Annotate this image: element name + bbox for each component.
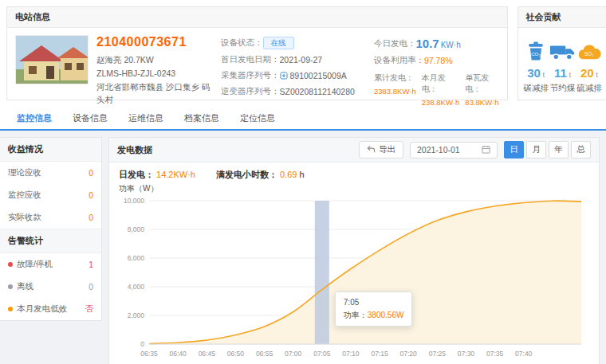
date-picker-value: 2021-10-01: [417, 145, 460, 155]
station-code: ZLMS-HBJ-ZJL-0243: [96, 67, 213, 80]
today-gen-value: 10.7KW·h: [416, 37, 461, 50]
svg-text:2,000: 2,000: [128, 311, 145, 319]
range-button-year[interactable]: 年: [549, 141, 569, 159]
today-gen-row: 今日发电： 10.7KW·h: [374, 37, 499, 50]
full-hours-unit: h: [300, 170, 305, 179]
collector-device-icon: [280, 72, 288, 80]
station-owner: 赵海亮 20.7KW: [96, 53, 213, 67]
svg-text:06:50: 06:50: [227, 350, 245, 358]
collector-sn-row: 采集器序列号： 89100215009A: [221, 70, 366, 81]
svg-text:07:30: 07:30: [458, 350, 475, 358]
status-dot: [8, 284, 13, 289]
svg-text:07:40: 07:40: [515, 350, 533, 358]
co2-bucket-icon: CO₂: [523, 37, 549, 63]
house-photo-graphic: [16, 36, 89, 84]
svg-text:0: 0: [140, 340, 144, 348]
svg-text:10,000: 10,000: [124, 197, 144, 205]
tab-location[interactable]: 定位信息: [230, 108, 285, 129]
inverter-sn-row: 逆变器序列号： SZ00208112140280: [221, 86, 366, 97]
day-gen-label: 日发电：: [119, 170, 154, 179]
y-axis-title: 功率（W）: [109, 181, 599, 194]
svg-text:07:15: 07:15: [371, 350, 388, 358]
svg-text:4,000: 4,000: [128, 283, 145, 291]
row-label: 实际收款: [8, 212, 89, 223]
alarm-row-offline: 离线0: [0, 276, 101, 298]
social-contribution-title-text: 社会贡献: [526, 12, 561, 22]
tab-archive[interactable]: 档案信息: [174, 108, 230, 129]
range-button-day[interactable]: 日: [504, 141, 524, 159]
row-label: 本月发电低效: [8, 303, 85, 315]
device-status-label: 设备状态：: [221, 37, 263, 49]
social-label: 硫减排: [576, 83, 602, 94]
revenue-row-theoretical-receivable: 理论应收0: [0, 162, 101, 184]
range-button-total[interactable]: 总: [571, 141, 591, 159]
generation-chart[interactable]: 02,0004,0006,0008,00010,00006:3506:4006:…: [109, 194, 599, 364]
svg-text:8,000: 8,000: [128, 225, 145, 233]
export-label: 导出: [379, 144, 395, 155]
social-item-coal-truck: 11 t节约煤: [549, 37, 576, 94]
row-label: 离线: [8, 281, 89, 292]
tab-operations[interactable]: 运维信息: [118, 108, 174, 129]
station-address: 河北省邯郸市魏县 沙口集乡 码头村: [96, 80, 213, 108]
day-gen-stat: 日发电： 14.2KW·h: [119, 169, 195, 181]
row-label: 故障/停机: [8, 259, 89, 270]
row-label: 监控应收: [8, 190, 89, 201]
device-status-row: 设备状态： 在线: [221, 37, 366, 49]
solar-station-dashboard: 电站信息: [0, 0, 606, 364]
station-photo: [15, 35, 89, 84]
range-switcher: 日月年总: [504, 141, 591, 159]
social-item-so2-cloud: SO₂20 t硫减排: [576, 37, 602, 94]
station-id: 210400073671: [96, 35, 213, 49]
row-label: 理论应收: [8, 167, 89, 178]
today-gen-label: 今日发电：: [374, 38, 416, 49]
svg-text:07:10: 07:10: [342, 350, 360, 358]
revenue-section-title: 收益情况: [0, 138, 101, 162]
social-contribution-title: 社会贡献: [518, 7, 606, 28]
social-item-co2-bucket: CO₂30 t碳减排: [523, 37, 549, 94]
coal-truck-icon: [549, 37, 576, 63]
row-value: 0: [89, 282, 93, 292]
date-picker[interactable]: 2021-10-01: [410, 142, 498, 159]
station-info-title-text: 电站信息: [15, 12, 50, 22]
chart-title: 发电数据: [117, 144, 152, 156]
social-value: 11 t: [549, 66, 576, 80]
first-gen-date-label: 首日发电日期：: [221, 54, 280, 65]
alarm-row-low-efficiency-month: 本月发电低效否: [0, 298, 101, 320]
chart-tooltip: 7:05 功率：3800.56W: [335, 292, 413, 327]
tab-monitoring[interactable]: 监控信息: [6, 108, 62, 129]
export-icon: [367, 145, 376, 155]
tooltip-power: 功率：3800.56W: [344, 309, 404, 322]
svg-text:06:55: 06:55: [256, 350, 273, 358]
export-button[interactable]: 导出: [359, 141, 403, 159]
revenue-row-actual-received: 实际收款0: [0, 206, 101, 229]
social-value: 20 t: [576, 66, 602, 80]
full-hours-value: 0.69: [280, 170, 297, 179]
tooltip-time: 7:05: [344, 296, 404, 309]
row-value: 0: [89, 168, 93, 178]
per-watt-gen-stat: 单瓦发电： 83.8KW·h: [465, 72, 498, 107]
so2-cloud-icon: SO₂: [576, 37, 602, 63]
range-button-month[interactable]: 月: [526, 141, 546, 159]
first-gen-date: 2021-09-27: [280, 55, 323, 65]
svg-text:07:05: 07:05: [313, 350, 331, 358]
svg-text:07:35: 07:35: [486, 350, 504, 358]
generation-totals: 累计发电： 2383.8KW·h 本月发电： 238.8KW·h 单瓦发电： 8…: [374, 72, 499, 107]
row-value: 0: [89, 190, 93, 200]
inverter-sn-label: 逆变器序列号：: [221, 86, 280, 97]
chart-controls: 导出 2021-10-01 日月年总: [359, 141, 591, 159]
total-gen-stat: 累计发电： 2383.8KW·h: [374, 72, 416, 107]
tab-device[interactable]: 设备信息: [62, 108, 118, 129]
revenue-row-monitored-receivable: 监控应收0: [0, 184, 101, 206]
status-dot: [8, 307, 13, 311]
content-area: 收益情况 理论应收0监控应收0实际收款0 告警统计 故障/停机1离线0本月发电低…: [0, 131, 606, 364]
day-gen-value: 14.2KW·h: [156, 170, 195, 179]
svg-text:CO₂: CO₂: [531, 51, 541, 57]
generation-data-panel: 发电数据 导出 2021-10-01 日月年总: [108, 137, 600, 364]
collector-sn: 89100215009A: [290, 71, 347, 80]
svg-text:06:35: 06:35: [140, 350, 158, 358]
chart-stats-row: 日发电： 14.2KW·h 满发电小时数： 0.69 h: [109, 162, 599, 181]
station-info-title: 电站信息: [7, 7, 507, 28]
social-label: 碳减排: [523, 83, 549, 94]
svg-text:07:00: 07:00: [285, 350, 302, 358]
alarm-row-fault-shutdown: 故障/停机1: [0, 253, 101, 276]
